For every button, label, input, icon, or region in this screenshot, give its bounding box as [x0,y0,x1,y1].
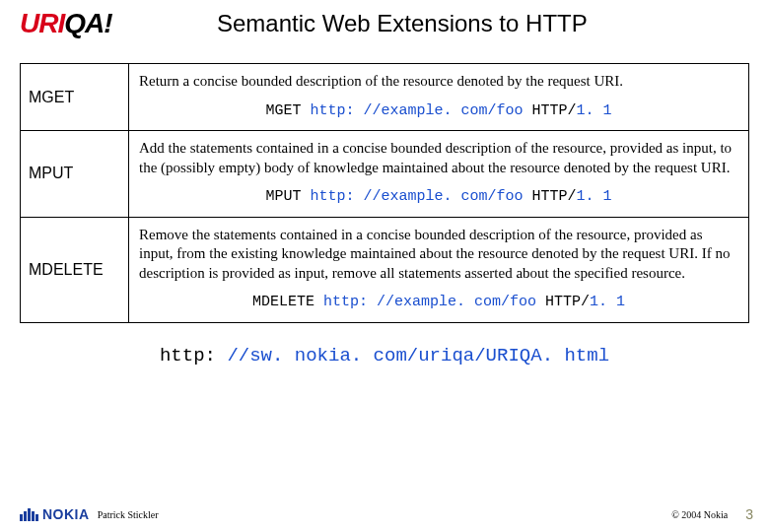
slide-number: 3 [745,506,753,522]
nokia-bars-icon [20,508,38,521]
method-code: MPUT http: //example. com/foo HTTP/1. 1 [139,187,738,207]
method-code: MGET http: //example. com/foo HTTP/1. 1 [139,101,738,121]
url-rest: //sw. nokia. com/uriqa/URIQA. html [227,345,609,366]
footer: NOKIA Patrick Stickler © 2004 Nokia 3 [0,506,769,522]
code-url: http: //example. com/foo [310,188,523,205]
code-url: http: //example. com/foo [323,294,536,310]
author: Patrick Stickler [98,509,159,520]
header: URIQA! Semantic Web Extensions to HTTP [0,0,769,45]
method-desc: Return a concise bounded description of … [139,72,738,92]
code-method: MPUT [265,188,301,205]
code-url: http: //example. com/foo [310,102,523,119]
table-row: MDELETE Remove the statements contained … [21,217,749,322]
nokia-wordmark: NOKIA [42,506,90,522]
reference-url: http: //sw. nokia. com/uriqa/URIQA. html [0,345,769,366]
method-code: MDELETE http: //example. com/foo HTTP/1.… [139,293,738,312]
nokia-logo: NOKIA [20,506,90,522]
code-method: MGET [265,102,301,119]
method-desc-cell: Remove the statements contained in a con… [129,217,749,322]
method-desc: Add the statements contained in a concis… [139,139,738,177]
code-method: MDELETE [252,294,315,310]
code-ver: 1. 1 [590,294,625,310]
table-row: MGET Return a concise bounded descriptio… [21,64,749,131]
logo-part-black: QA! [64,8,111,38]
code-ver: 1. 1 [577,188,612,205]
methods-table: MGET Return a concise bounded descriptio… [20,63,749,323]
method-desc: Remove the statements contained in a con… [139,226,738,284]
code-proto: HTTP/ [545,294,590,310]
method-name: MGET [21,64,129,131]
table-row: MPUT Add the statements contained in a c… [21,131,749,218]
method-name: MDELETE [21,217,129,322]
copyright: © 2004 Nokia [671,509,728,520]
slide-title: Semantic Web Extensions to HTTP [217,10,588,37]
method-name: MPUT [21,131,129,218]
uriqa-logo: URIQA! [20,8,158,39]
logo-part-red: URI [20,8,64,38]
method-desc-cell: Add the statements contained in a concis… [129,131,749,218]
code-ver: 1. 1 [577,102,612,119]
method-desc-cell: Return a concise bounded description of … [129,64,749,131]
url-scheme: http: [160,345,227,366]
code-proto: HTTP/ [532,188,577,205]
code-proto: HTTP/ [532,102,577,119]
